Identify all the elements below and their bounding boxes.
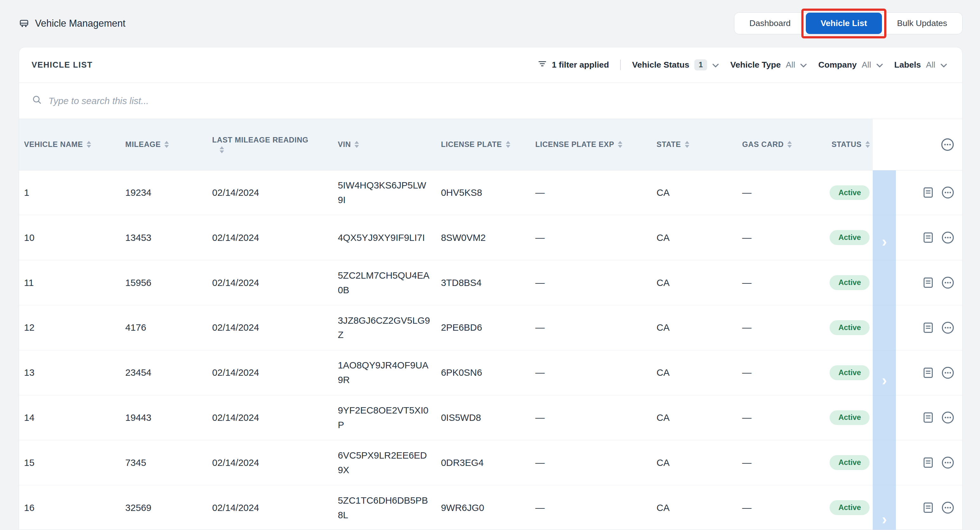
- cell-vin: 4QX5YJ9XY9IF9LI7I: [333, 215, 436, 260]
- cell-status: Active: [826, 170, 873, 215]
- document-icon[interactable]: [922, 501, 935, 514]
- table-row[interactable]: 15 7345 02/14/2024 6VC5PX9LR2EE6ED9X 0DR…: [19, 440, 962, 485]
- cell-actions: [896, 350, 963, 395]
- sort-arrows-icon: [865, 141, 870, 148]
- tab-bulk-updates[interactable]: Bulk Updates: [882, 13, 962, 34]
- cell-actions: [896, 215, 963, 260]
- more-options-icon[interactable]: [941, 186, 955, 199]
- sort-arrows-icon: [164, 141, 169, 148]
- cell-last-mileage-reading: 02/14/2024: [207, 215, 333, 260]
- table-body: 1 19234 02/14/2024 5IW4HQ3KS6JP5LW9I 0HV…: [19, 170, 962, 530]
- document-icon[interactable]: [922, 186, 935, 199]
- cell-vin: 6VC5PX9LR2EE6ED9X: [333, 440, 436, 485]
- filter-company[interactable]: Company All: [818, 59, 883, 71]
- table-row[interactable]: 1 19234 02/14/2024 5IW4HQ3KS6JP5LW9I 0HV…: [19, 170, 962, 215]
- cell-mileage: 23454: [120, 350, 207, 395]
- col-license-plate[interactable]: LICENSE PLATE: [436, 119, 530, 170]
- cell-status: Active: [826, 485, 873, 530]
- cell-license-plate-exp: —: [530, 350, 652, 395]
- status-badge: Active: [830, 455, 870, 470]
- cell-vin: 9YF2EC8OE2VT5XI0P: [333, 395, 436, 440]
- top-tabs: Dashboard Vehicle List Bulk Updates: [734, 13, 963, 34]
- cell-license-plate: 2PE6BD6: [436, 305, 530, 350]
- more-options-icon[interactable]: [941, 411, 955, 424]
- cell-last-mileage-reading: 02/14/2024: [207, 440, 333, 485]
- status-badge: Active: [830, 275, 870, 290]
- sort-arrows-icon: [355, 141, 359, 148]
- sort-arrows-icon: [220, 146, 224, 153]
- cell-license-plate: 6PK0SN6: [436, 350, 530, 395]
- cell-vehicle-name: 1: [19, 170, 120, 215]
- more-options-icon[interactable]: [941, 366, 955, 380]
- sort-arrows-icon: [788, 141, 792, 148]
- document-icon[interactable]: [922, 231, 935, 244]
- filter-label: Vehicle Type: [730, 60, 781, 70]
- col-label: LICENSE PLATE EXP: [535, 140, 614, 149]
- scroll-strip[interactable]: › › ›: [873, 170, 896, 530]
- status-badge: Active: [830, 365, 870, 380]
- cell-last-mileage-reading: 02/14/2024: [207, 170, 333, 215]
- search-input[interactable]: [49, 95, 950, 106]
- filter-label: Labels: [894, 60, 921, 70]
- table-row[interactable]: 13 23454 02/14/2024 1AO8QY9JR4OF9UA9R 6P…: [19, 350, 962, 395]
- cell-vehicle-name: 13: [19, 350, 120, 395]
- col-vin[interactable]: VIN: [333, 119, 436, 170]
- status-badge: Active: [830, 500, 870, 515]
- table-row[interactable]: 16 32569 02/14/2024 5ZC1TC6DH6DB5PB8L 9W…: [19, 485, 962, 530]
- col-label: STATUS: [832, 140, 862, 149]
- page-title: Vehicle Management: [35, 18, 126, 29]
- tab-vehicle-list[interactable]: Vehicle List: [806, 13, 882, 34]
- document-icon[interactable]: [922, 456, 935, 469]
- cell-actions: [896, 305, 963, 350]
- status-badge: Active: [830, 320, 870, 335]
- cell-state: CA: [652, 350, 737, 395]
- col-status[interactable]: STATUS: [826, 119, 873, 170]
- col-license-plate-exp[interactable]: LICENSE PLATE EXP: [530, 119, 652, 170]
- cell-mileage: 19443: [120, 395, 207, 440]
- more-options-icon[interactable]: [941, 276, 955, 290]
- cell-license-plate: 3TD8BS4: [436, 260, 530, 305]
- col-label: GAS CARD: [742, 140, 784, 149]
- col-label: VEHICLE NAME: [24, 140, 83, 149]
- cell-gas-card: —: [737, 440, 827, 485]
- more-options-icon[interactable]: [941, 231, 955, 244]
- filter-applied-chip[interactable]: 1 filter applied: [537, 59, 609, 71]
- cell-vehicle-name: 11: [19, 260, 120, 305]
- table-options-button[interactable]: [940, 137, 955, 152]
- table-row[interactable]: 11 15956 02/14/2024 5ZC2LM7CH5QU4EA0B 3T…: [19, 260, 962, 305]
- cell-actions: [896, 170, 963, 215]
- tab-dashboard[interactable]: Dashboard: [734, 13, 806, 34]
- table-row[interactable]: 10 13453 02/14/2024 4QX5YJ9XY9IF9LI7I 8S…: [19, 215, 962, 260]
- document-icon[interactable]: [922, 321, 935, 334]
- card-header: VEHICLE LIST 1 filter applied Vehicle St…: [19, 47, 962, 83]
- cell-license-plate-exp: —: [530, 440, 652, 485]
- document-icon[interactable]: [922, 411, 935, 424]
- cell-mileage: 7345: [120, 440, 207, 485]
- cell-actions: [896, 440, 963, 485]
- filter-labels[interactable]: Labels All: [894, 59, 947, 71]
- tab-vehicle-list-wrap: Vehicle List: [806, 13, 882, 34]
- col-gas-card[interactable]: GAS CARD: [737, 119, 827, 170]
- more-options-icon[interactable]: [941, 321, 955, 334]
- more-options-icon[interactable]: [941, 456, 955, 470]
- filter-vehicle-type[interactable]: Vehicle Type All: [730, 59, 807, 71]
- filter-value: All: [926, 60, 935, 70]
- document-icon[interactable]: [922, 366, 935, 379]
- cell-status: Active: [826, 260, 873, 305]
- table-row[interactable]: 12 4176 02/14/2024 3JZ8GJ6CZ2GV5LG9Z 2PE…: [19, 305, 962, 350]
- cell-mileage: 19234: [120, 170, 207, 215]
- col-state[interactable]: STATE: [652, 119, 737, 170]
- cell-license-plate-exp: —: [530, 485, 652, 530]
- document-icon[interactable]: [922, 276, 935, 289]
- col-last-mileage-reading[interactable]: LAST MILEAGE READING: [207, 119, 333, 170]
- col-mileage[interactable]: MILEAGE: [120, 119, 207, 170]
- cell-license-plate: 0HV5KS8: [436, 170, 530, 215]
- filter-vehicle-status[interactable]: Vehicle Status 1: [632, 59, 719, 71]
- col-label: LAST MILEAGE READING: [212, 136, 309, 145]
- col-vehicle-name[interactable]: VEHICLE NAME: [19, 119, 120, 170]
- cell-vin: 1AO8QY9JR4OF9UA9R: [333, 350, 436, 395]
- cell-last-mileage-reading: 02/14/2024: [207, 485, 333, 530]
- table-row[interactable]: 14 19443 02/14/2024 9YF2EC8OE2VT5XI0P 0I…: [19, 395, 962, 441]
- more-options-icon[interactable]: [941, 501, 955, 514]
- cell-last-mileage-reading: 02/14/2024: [207, 350, 333, 395]
